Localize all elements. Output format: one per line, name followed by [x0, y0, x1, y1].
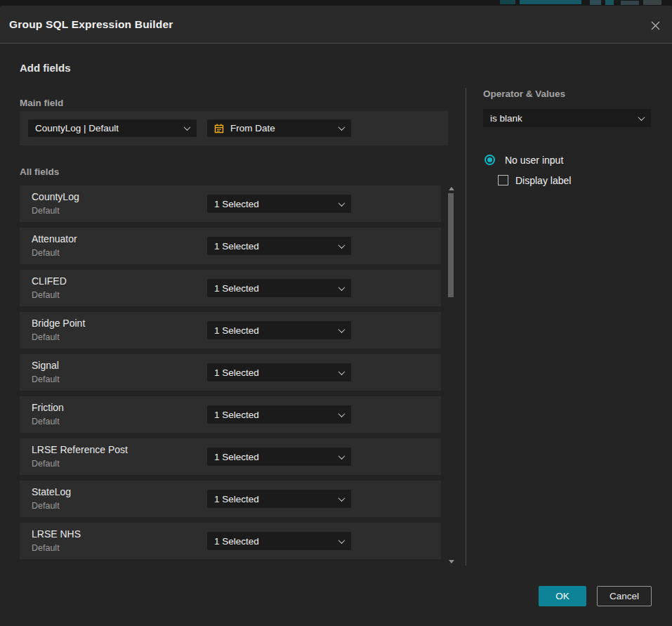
chevron-down-icon: [338, 410, 345, 417]
field-type: Default: [32, 543, 60, 553]
close-icon: [650, 20, 661, 32]
field-selection-dropdown[interactable]: 1 Selected: [207, 490, 351, 508]
field-row-statelog: StateLog Default 1 Selected: [20, 481, 441, 517]
background-app-fragment: [590, 0, 601, 5]
field-type: Default: [32, 290, 60, 300]
operator-value: is blank: [490, 113, 633, 124]
field-selection-dropdown[interactable]: 1 Selected: [207, 448, 351, 466]
main-field-field-value: From Date: [230, 123, 334, 133]
scrollbar-up-arrow-icon[interactable]: [449, 187, 454, 190]
field-selection-dropdown[interactable]: 1 Selected: [207, 321, 351, 339]
field-selection-dropdown[interactable]: 1 Selected: [207, 279, 351, 297]
chevron-down-icon: [338, 495, 345, 502]
background-app-fragment: [520, 0, 581, 4]
field-row-countylog: CountyLog Default 1 Selected: [20, 185, 441, 222]
cancel-button[interactable]: Cancel: [597, 586, 652, 606]
field-name: LRSE NHS: [32, 528, 81, 540]
field-selection-dropdown[interactable]: 1 Selected: [207, 363, 351, 382]
background-app-fragment: [500, 0, 515, 4]
display-label-label: Display label: [515, 175, 571, 186]
field-name: Attenuator: [32, 233, 77, 244]
main-field-field-dropdown[interactable]: From Date: [207, 119, 351, 137]
field-name: CLIFED: [32, 275, 67, 287]
scrollbar-down-arrow-icon[interactable]: [449, 560, 454, 563]
dialog-titlebar: Group SQL Expression Builder: [0, 6, 672, 44]
chevron-down-icon: [338, 326, 345, 333]
field-name: StateLog: [32, 486, 71, 497]
main-field-panel: CountyLog | Default From Date: [20, 111, 448, 145]
chevron-down-icon: [338, 368, 345, 375]
field-type: Default: [32, 374, 60, 384]
field-type: Default: [32, 248, 60, 258]
field-selection-dropdown[interactable]: 1 Selected: [207, 532, 351, 550]
chevron-down-icon: [338, 242, 345, 249]
main-field-source-value: CountyLog | Default: [35, 123, 179, 133]
group-sql-expression-builder-dialog: Group SQL Expression Builder Add fields …: [0, 6, 672, 626]
field-row-bridge-point: Bridge Point Default 1 Selected: [20, 312, 441, 348]
ok-button[interactable]: OK: [539, 586, 586, 606]
field-row-lrse-reference-post: LRSE Reference Post Default 1 Selected: [20, 438, 441, 475]
main-field-label: Main field: [20, 98, 63, 108]
display-label-checkbox[interactable]: [498, 175, 508, 185]
field-name: Signal: [32, 360, 59, 371]
chevron-down-icon: [184, 124, 191, 131]
field-type: Default: [32, 206, 60, 216]
field-row-attenuator: Attenuator Default 1 Selected: [20, 228, 441, 264]
chevron-down-icon: [338, 537, 345, 544]
field-type: Default: [32, 417, 60, 426]
close-button[interactable]: [649, 19, 661, 32]
all-fields-label: All fields: [20, 167, 59, 177]
background-app-fragment: [605, 0, 614, 5]
field-type: Default: [32, 459, 60, 469]
field-selection-dropdown[interactable]: 1 Selected: [207, 405, 351, 424]
scrollbar-thumb[interactable]: [448, 193, 454, 297]
no-user-input-radio[interactable]: [485, 155, 495, 165]
no-user-input-label: No user input: [505, 155, 563, 166]
field-selection-dropdown[interactable]: 1 Selected: [207, 195, 351, 213]
background-app-fragment: [643, 0, 661, 5]
chevron-down-icon: [338, 124, 345, 131]
field-name: CountyLog: [32, 191, 79, 202]
radio-selected-dot: [487, 157, 492, 162]
dialog-title: Group SQL Expression Builder: [9, 18, 173, 31]
chevron-down-icon: [338, 284, 345, 291]
calendar-icon: [214, 124, 224, 133]
field-row-lrse-nhs: LRSE NHS Default 1 Selected: [20, 523, 441, 559]
main-field-source-dropdown[interactable]: CountyLog | Default: [28, 119, 197, 137]
field-type: Default: [32, 501, 60, 511]
field-name: LRSE Reference Post: [32, 444, 128, 455]
field-selection-dropdown[interactable]: 1 Selected: [207, 237, 351, 255]
field-type: Default: [32, 332, 60, 342]
operator-values-heading: Operator & Values: [483, 89, 565, 99]
chevron-down-icon: [338, 200, 345, 207]
field-name: Bridge Point: [32, 318, 85, 329]
add-fields-heading: Add fields: [20, 62, 71, 74]
screen: Group SQL Expression Builder Add fields …: [0, 0, 672, 626]
panel-divider: [466, 88, 466, 566]
field-row-clifed: CLIFED Default 1 Selected: [20, 270, 441, 306]
chevron-down-icon: [338, 452, 345, 459]
operator-dropdown[interactable]: is blank: [483, 109, 651, 127]
chevron-down-icon: [638, 114, 645, 121]
background-app-fragment: [621, 1, 639, 5]
field-row-friction: Friction Default 1 Selected: [20, 396, 441, 433]
field-row-signal: Signal Default 1 Selected: [20, 354, 441, 391]
field-name: Friction: [32, 402, 64, 413]
